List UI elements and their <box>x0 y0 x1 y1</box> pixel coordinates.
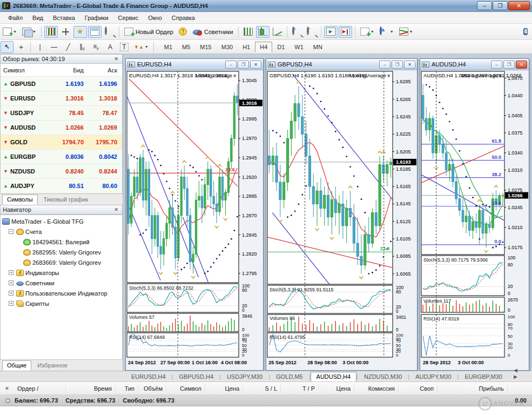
indicators-button[interactable]: ▼ <box>358 26 376 38</box>
terminal-toggle[interactable] <box>88 26 102 38</box>
profiles-button[interactable]: ▼ <box>20 26 38 38</box>
market-watch-toggle[interactable] <box>44 26 58 38</box>
expand-minus-icon[interactable]: − <box>9 229 14 234</box>
chart-close-button[interactable]: ✕ <box>250 61 261 69</box>
timeframe-H4[interactable]: H4 <box>255 42 272 52</box>
navigator-close-icon[interactable]: ✕ <box>112 207 120 212</box>
vertical-line-tool[interactable]: | <box>33 41 46 53</box>
menu-item-Справка[interactable]: Справка <box>167 13 200 23</box>
chart-tab-AUDJPY,M30[interactable]: AUDJPY,M30 <box>409 372 457 381</box>
chart-window-eurusd[interactable]: EURUSD,H4–❐✕23.61.30451.30201.29951.2970… <box>125 58 264 371</box>
minimize-button[interactable]: – <box>477 1 492 10</box>
menu-item-Сервис[interactable]: Сервис <box>113 13 144 23</box>
terminal-column-8[interactable]: Цена <box>319 384 354 393</box>
line-chart-button[interactable] <box>271 26 284 38</box>
close-button[interactable]: ✕ <box>508 1 530 10</box>
chart-restore-button[interactable]: ❐ <box>238 61 249 69</box>
chart-tab-GOLD,M5[interactable]: GOLD,M5 <box>270 372 309 381</box>
terminal-column-5[interactable]: Цена <box>205 384 243 393</box>
horizontal-line-tool[interactable]: — <box>48 41 60 53</box>
terminal-column-0[interactable]: Ордер / <box>14 384 66 393</box>
tree-item[interactable]: MetaTrader - E-Global TFG <box>1 216 122 226</box>
tree-item[interactable]: +Советники <box>1 278 122 288</box>
terminal-column-6[interactable]: S / L <box>243 384 281 393</box>
new-chart-button[interactable]: ▼ <box>1 26 19 38</box>
tree-item[interactable]: 2683669: Valeriy Grigorev <box>1 257 122 267</box>
expand-plus-icon[interactable]: + <box>9 301 14 306</box>
menu-item-Графики[interactable]: Графики <box>80 13 113 23</box>
terminal-column-10[interactable]: Своп <box>399 384 437 393</box>
chat-notifications-button[interactable]: 4 <box>523 28 528 35</box>
timeframe-M30[interactable]: M30 <box>217 42 238 52</box>
chart-tab-NZDUSD,M30[interactable]: NZDUSD,M30 <box>358 372 408 381</box>
timeframe-D1[interactable]: D1 <box>272 42 289 52</box>
chart-minimize-button[interactable]: – <box>379 61 390 69</box>
chart-minimize-button[interactable]: – <box>225 61 237 69</box>
chart-window-titlebar[interactable]: GBPUSD,H4–❐✕ <box>266 59 417 70</box>
chart-close-button[interactable]: ✕ <box>516 61 527 69</box>
chart-tab-AUDUSD,H4[interactable]: AUDUSD,H4 <box>311 372 357 381</box>
periods-button[interactable]: ▼ <box>378 26 396 38</box>
chart-tab-scroll-buttons[interactable]: ◄ ► <box>508 366 532 381</box>
chart-window-gbpusd[interactable]: GBPUSD,H4–❐✕23.61.62851.62651.62451.6225… <box>266 58 417 371</box>
maximize-button[interactable]: ❐ <box>493 1 508 10</box>
tab-Символы[interactable]: Символы <box>2 195 38 205</box>
market-watch-row-GOLD[interactable]: ▼GOLD1794.701795.70 <box>1 135 122 150</box>
trendline-tool[interactable]: ╱ <box>62 41 75 53</box>
tree-item[interactable]: +fИндикаторы <box>1 267 122 278</box>
chart-canvas-gbpusd[interactable]: 23.61.62851.62651.62451.62251.62051.6185… <box>266 70 417 370</box>
timeframe-M5[interactable]: M5 <box>177 42 195 52</box>
templates-button[interactable]: ▼ <box>397 26 415 38</box>
chart-close-button[interactable]: ✕ <box>404 61 415 69</box>
chart-tab-USDJPY,M30[interactable]: USDJPY,M30 <box>221 372 268 381</box>
tree-item[interactable]: 184294561: Валерий <box>1 237 122 247</box>
market-watch-row-EURUSD[interactable]: ▼EURUSD1.30161.3018 <box>1 91 122 106</box>
bar-chart-button[interactable] <box>241 26 255 38</box>
text-label-tool[interactable]: T <box>118 41 131 53</box>
terminal-column-9[interactable]: Комиссия <box>354 384 399 393</box>
chart-window-titlebar[interactable]: EURUSD,H4–❐✕ <box>126 59 263 70</box>
fibonacci-tool[interactable]: ≡F <box>90 41 103 53</box>
market-watch-row-USDJPY[interactable]: ▼USDJPY78.4578.47 <box>1 106 122 121</box>
market-watch-row-EURGBP[interactable]: ▲EURGBP0.80360.8042 <box>1 150 122 164</box>
chart-shift-button[interactable] <box>339 26 352 38</box>
navigator-toggle[interactable]: ★ <box>73 26 87 38</box>
terminal-close-icon[interactable]: ✕ <box>0 386 14 391</box>
chart-tab-EURGBP,M30[interactable]: EURGBP,M30 <box>459 372 508 381</box>
auto-scroll-button[interactable] <box>324 26 338 38</box>
strategy-tester-button[interactable] <box>103 26 116 38</box>
menu-item-Файл[interactable]: Файл <box>3 13 28 23</box>
terminal-column-1[interactable]: Время <box>66 384 116 393</box>
menu-item-Вставка[interactable]: Вставка <box>48 13 80 23</box>
menu-item-Окно[interactable]: Окно <box>143 13 167 23</box>
timeframe-MN[interactable]: MN <box>308 42 327 52</box>
timeframe-M1[interactable]: M1 <box>159 42 177 52</box>
zoom-out-button[interactable] <box>305 26 318 38</box>
chart-restore-button[interactable]: ❐ <box>392 61 403 69</box>
chart-window-audusd[interactable]: AUDUSD,H4–❐✕61.850.038.223.60.01.04701.0… <box>420 58 529 371</box>
market-watch-close-icon[interactable]: ✕ <box>112 56 120 62</box>
text-tool[interactable]: A <box>104 41 117 53</box>
cursor-tool[interactable]: ↖ <box>1 41 14 53</box>
chart-window-titlebar[interactable]: AUDUSD,H4–❐✕ <box>420 59 529 70</box>
terminal-column-2[interactable]: Тип <box>116 384 138 393</box>
chart-tab-EURUSD,H4[interactable]: EURUSD,H4 <box>125 372 172 381</box>
tab-Тиковый график[interactable]: Тиковый график <box>39 195 93 205</box>
chart-restore-button[interactable]: ❐ <box>503 61 515 69</box>
terminal-column-3[interactable]: Объём <box>138 384 166 393</box>
crosshair-tool[interactable]: + <box>15 41 28 53</box>
new-order-button[interactable]: Новый Ордер <box>122 26 176 38</box>
metaeditor-button[interactable]: ! <box>177 26 190 38</box>
chart-canvas-audusd[interactable]: 61.850.038.223.60.01.04701.04401.04051.0… <box>420 70 529 370</box>
tree-item[interactable]: −Счета <box>1 226 122 237</box>
tab-Общие[interactable]: Общие <box>2 360 31 371</box>
tree-item[interactable]: 2682955: Valeriy Grigorev <box>1 247 122 257</box>
chart-canvas-eurusd[interactable]: 23.61.30451.30201.29951.29701.29451.2920… <box>126 70 263 370</box>
chart-tab-GBPUSD,H4[interactable]: GBPUSD,H4 <box>173 372 219 381</box>
market-watch-row-NZDUSD[interactable]: ▼NZDUSD0.82400.8244 <box>1 164 122 179</box>
terminal-column-11[interactable]: Прибыль <box>437 384 508 393</box>
market-watch-row-GBPUSD[interactable]: ▲GBPUSD1.61931.6196 <box>1 77 122 91</box>
market-watch-row-AUDJPY[interactable]: ▲AUDJPY80.5180.60 <box>1 179 122 193</box>
timeframe-H1[interactable]: H1 <box>238 42 255 52</box>
expand-plus-icon[interactable]: + <box>9 270 14 275</box>
